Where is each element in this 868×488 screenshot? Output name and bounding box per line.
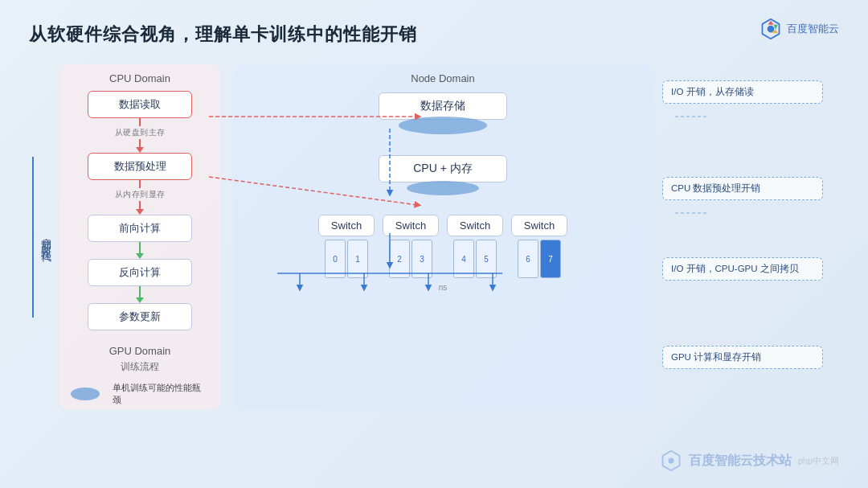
watermark: 百度智能云技术站 php中文网 xyxy=(660,449,839,472)
cpu-domain: CPU Domain 数据读取 从硬盘到主存 数据预处理 xyxy=(59,64,220,410)
logo-text: 百度智能云 xyxy=(787,22,839,36)
switch-box-2: Switch xyxy=(447,215,503,236)
gpu-card-6: 6 xyxy=(518,240,538,278)
gpu-card-7: 7 xyxy=(540,240,561,278)
storage-box: 数据存储 xyxy=(379,92,507,120)
gpu-card-0: 0 xyxy=(325,240,346,278)
arrow-backward-param xyxy=(136,286,144,303)
svg-point-13 xyxy=(668,458,674,464)
svg-marker-2 xyxy=(768,21,774,25)
gpu-card-5: 5 xyxy=(476,240,497,278)
cpu-steps: 数据读取 从硬盘到主存 数据预处理 从内存到显存 xyxy=(71,91,209,330)
iteration-label: 启动新一轮迭代 xyxy=(32,157,55,318)
step-forward: 前向计算 xyxy=(88,215,192,242)
gpu-cards-0-1: 0 1 xyxy=(325,240,368,278)
gpu-card-2: 2 xyxy=(389,240,410,278)
watermark-icon xyxy=(660,449,682,472)
step-data-read: 数据读取 xyxy=(88,91,192,118)
page: 百度智能云 从软硬件综合视角，理解单卡训练中的性能开销 启动新一轮迭代 CPU … xyxy=(0,0,868,488)
logo-icon xyxy=(760,18,782,40)
note-disk-to-mem: 从硬盘到主存 xyxy=(115,127,166,138)
annotations-panel: I/O 开销，从存储读 CPU 数据预处理开销 I/O 开销，CPU-GPU 之… xyxy=(662,64,839,410)
node-domain: Node Domain 数据存储 CPU + 内存 xyxy=(233,64,653,410)
switches-row: Switch 0 1 Switch 2 3 xyxy=(318,215,567,278)
step-data-preprocess: 数据预处理 xyxy=(88,153,192,180)
logo: 百度智能云 xyxy=(760,18,839,40)
switch-box-0: Switch xyxy=(318,215,375,236)
legend-ellipse xyxy=(71,388,100,400)
annotation-io-storage: I/O 开销，从存储读 xyxy=(662,80,823,104)
gpu-cards-6-7: 6 7 xyxy=(518,240,561,278)
cpu-mem-box: CPU + 内存 xyxy=(379,155,507,182)
gpu-cards-2-3: 2 3 xyxy=(389,240,432,278)
cpu-domain-label: CPU Domain xyxy=(71,72,209,84)
cpu-mem-ellipse xyxy=(407,181,479,195)
node-inner: 数据存储 CPU + 内存 Switch xyxy=(244,92,641,292)
gpu-card-1: 1 xyxy=(347,240,368,278)
flow-label: 训练流程 xyxy=(71,360,209,374)
legend-text: 单机训练可能的性能瓶颈 xyxy=(113,382,209,406)
page-title: 从软硬件综合视角，理解单卡训练中的性能开销 xyxy=(29,23,839,47)
arrow-preprocess-forward: 从内存到显存 xyxy=(115,180,166,215)
gpu-domain-label: GPU Domain xyxy=(71,345,209,357)
switch-col-0: Switch 0 1 xyxy=(318,215,375,278)
note-mem-to-gpu: 从内存到显存 xyxy=(115,189,166,200)
iteration-label-container: 启动新一轮迭代 xyxy=(29,64,59,410)
switch-col-2: Switch 4 5 xyxy=(447,215,503,278)
annotation-gpu-compute: GPU 计算和显存开销 xyxy=(662,346,823,369)
gpu-card-4: 4 xyxy=(453,240,474,278)
step-param-update: 参数更新 xyxy=(88,303,192,330)
gpu-cards-4-5: 4 5 xyxy=(453,240,497,278)
step-backward: 反向计算 xyxy=(88,259,192,286)
switch-box-1: Switch xyxy=(383,215,439,236)
gpu-card-3: 3 xyxy=(411,240,432,278)
switch-col-3: Switch 6 7 xyxy=(511,215,567,278)
storage-ellipse xyxy=(399,117,487,134)
annotation-cpu-preprocess: CPU 数据预处理开销 xyxy=(662,177,823,200)
legend: 单机训练可能的性能瓶颈 xyxy=(71,382,209,406)
arrow-read-preprocess: 从硬盘到主存 xyxy=(115,118,166,153)
arrow-forward-backward xyxy=(136,242,144,259)
watermark-text: 百度智能云技术站 xyxy=(689,453,792,470)
watermark-sub: php中文网 xyxy=(798,455,839,467)
node-domain-label: Node Domain xyxy=(244,72,641,84)
switch-box-3: Switch xyxy=(511,215,567,236)
switch-col-1: Switch 2 3 xyxy=(383,215,439,278)
annotation-io-cpu-gpu: I/O 开销，CPU-GPU 之间拷贝 xyxy=(662,257,823,281)
ns-label: ns xyxy=(439,283,448,292)
